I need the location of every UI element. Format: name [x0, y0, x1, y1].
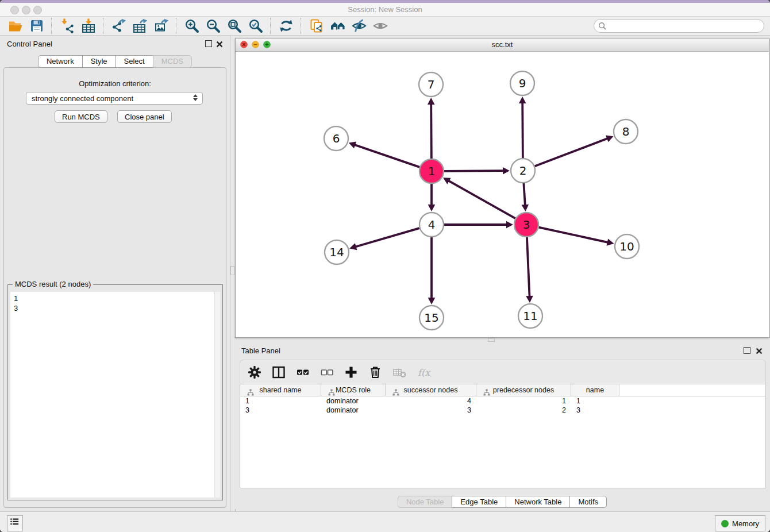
tree-icon: [325, 387, 332, 394]
zoom-selected-icon[interactable]: [245, 17, 266, 34]
tab-select[interactable]: Select: [116, 55, 153, 68]
mcds-result-group: MCDS result (2 nodes) 13: [7, 284, 223, 500]
show-columns-icon[interactable]: [270, 364, 287, 381]
import-network-icon[interactable]: [56, 17, 78, 34]
delete-columns-icon[interactable]: [367, 364, 384, 381]
close-panel-icon[interactable]: [216, 40, 223, 47]
import-table-icon[interactable]: [78, 17, 99, 34]
column-header-shared-name[interactable]: shared name: [240, 384, 321, 396]
table-row[interactable]: 3dominator323: [240, 406, 765, 415]
result-scrollbar[interactable]: [214, 292, 220, 498]
hide-eye-icon[interactable]: [348, 17, 369, 34]
edge-1-6[interactable]: [355, 145, 419, 167]
tab-mcds[interactable]: MCDS: [153, 55, 192, 68]
close-panel-button[interactable]: Close panel: [117, 110, 172, 123]
criterion-selected-value: strongly connected component: [32, 94, 133, 103]
svg-text:1: 1: [428, 164, 436, 178]
edge-3-10[interactable]: [538, 228, 607, 242]
show-eye-icon[interactable]: [369, 17, 391, 34]
network-window: scc.txt 7968124314101511: [235, 38, 769, 338]
main-toolbar: [0, 17, 770, 36]
svg-text:9: 9: [519, 76, 526, 90]
edge-2-3[interactable]: [523, 183, 525, 205]
mcds-result-title: MCDS result (2 nodes): [13, 280, 93, 288]
zoom-out-icon[interactable]: [202, 17, 224, 34]
export-image-icon[interactable]: [151, 17, 172, 34]
search-box: [594, 19, 764, 33]
zoom-in-icon[interactable]: [181, 17, 202, 34]
tab-network[interactable]: Network: [38, 55, 83, 68]
arrowhead-3-11: [526, 296, 533, 303]
node-1[interactable]: 1: [419, 159, 444, 183]
tab-edge-table[interactable]: Edge Table: [452, 496, 506, 508]
select-all-checks-icon[interactable]: [294, 364, 311, 381]
memory-label: Memory: [732, 519, 759, 528]
node-8[interactable]: 8: [614, 119, 638, 144]
column-header-successor-nodes[interactable]: successor nodes: [386, 384, 476, 396]
run-mcds-button[interactable]: Run MCDS: [55, 110, 107, 123]
arrowhead-3-10: [606, 238, 614, 245]
open-file-icon[interactable]: [5, 17, 26, 34]
memory-button[interactable]: Memory: [715, 515, 765, 531]
table-header-row: shared nameMCDS rolesuccessor nodesprede…: [240, 384, 765, 396]
arrowhead-2-9: [519, 97, 526, 103]
table-cell: 1: [476, 396, 571, 406]
export-network-icon[interactable]: [108, 17, 129, 34]
edge-2-8[interactable]: [535, 138, 608, 166]
houses-icon[interactable]: [327, 17, 348, 34]
criterion-select[interactable]: strongly connected component: [26, 92, 203, 105]
refresh-view-icon[interactable]: [275, 17, 297, 34]
float-table-panel-icon[interactable]: [744, 347, 750, 354]
add-column-icon[interactable]: [342, 364, 360, 381]
close-table-panel-icon[interactable]: [756, 346, 763, 353]
svg-text:7: 7: [428, 78, 435, 91]
table-cell: 4: [386, 396, 476, 406]
network-window-titlebar: scc.txt: [236, 38, 769, 52]
tab-network-table[interactable]: Network Table: [506, 496, 570, 508]
svg-text:f(x): f(x): [418, 367, 431, 378]
splitter-grab-icon[interactable]: [230, 266, 234, 275]
column-header-MCDS-role[interactable]: MCDS role: [321, 384, 386, 396]
toolbar-separator: [51, 18, 52, 34]
node-15[interactable]: 15: [419, 306, 444, 330]
control-panel-title: Control Panel: [7, 40, 52, 48]
node-3[interactable]: 3: [514, 213, 538, 237]
settings-gear-icon[interactable]: [246, 364, 263, 381]
export-table-icon[interactable]: [129, 17, 151, 34]
toolbar-separator: [270, 18, 271, 34]
mcds-result-text[interactable]: 13: [10, 292, 220, 498]
tree-icon: [389, 387, 396, 394]
node-9[interactable]: 9: [510, 71, 534, 95]
column-header-name[interactable]: name: [571, 384, 619, 396]
tab-motifs[interactable]: Motifs: [569, 496, 607, 508]
edge-1-2[interactable]: [444, 171, 503, 171]
column-header-predecessor-nodes[interactable]: predecessor nodes: [476, 384, 571, 396]
edge-2-9[interactable]: [522, 103, 523, 158]
node-2[interactable]: 2: [511, 159, 535, 183]
edge-3-11[interactable]: [527, 237, 530, 296]
search-input[interactable]: [607, 20, 764, 32]
node-10[interactable]: 10: [615, 234, 639, 259]
table-row[interactable]: 1dominator411: [240, 396, 765, 406]
memory-status-icon: [721, 520, 729, 527]
edge-4-14[interactable]: [356, 228, 419, 246]
edge-1-7[interactable]: [431, 104, 432, 159]
tab-style[interactable]: Style: [82, 55, 116, 68]
network-canvas[interactable]: 7968124314101511: [236, 52, 769, 337]
node-6[interactable]: 6: [324, 126, 348, 151]
float-panel-icon[interactable]: [205, 40, 212, 47]
tab-node-table[interactable]: Node Table: [398, 496, 453, 508]
save-session-icon[interactable]: [26, 17, 47, 34]
zoom-fit-icon[interactable]: [224, 17, 245, 34]
table-toolbar: f(x): [240, 360, 766, 384]
duplicate-network-icon[interactable]: [306, 17, 327, 34]
toolbar-separator: [301, 18, 302, 34]
node-4[interactable]: 4: [419, 213, 444, 237]
deselect-all-checks-icon[interactable]: [318, 364, 336, 381]
node-11[interactable]: 11: [518, 304, 542, 328]
node-7[interactable]: 7: [419, 72, 443, 97]
horizontal-splitter-grab[interactable]: [488, 338, 495, 342]
edge-3-1[interactable]: [449, 181, 515, 219]
node-14[interactable]: 14: [325, 240, 349, 264]
task-history-button[interactable]: [7, 515, 23, 531]
